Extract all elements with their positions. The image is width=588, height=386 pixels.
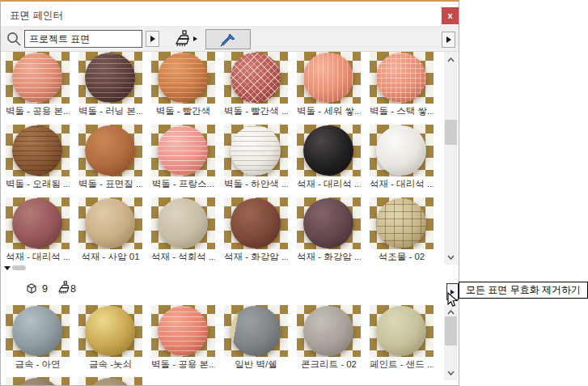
material-tile[interactable]: 벽돌 - 빨간색 ... bbox=[224, 52, 288, 116]
toolbar-more-button[interactable] bbox=[442, 32, 455, 48]
scrollbar-thumb[interactable] bbox=[445, 120, 457, 145]
scroll-down-icon[interactable] bbox=[444, 251, 458, 263]
material-tile[interactable]: 석재 - 화강암 ... bbox=[224, 197, 288, 261]
material-tile[interactable]: 벽돌 - 오래됨 ... bbox=[6, 125, 70, 189]
material-label: 벽돌 - 공용 본... bbox=[151, 358, 215, 369]
material-tile[interactable]: 석조물 - 02 bbox=[370, 197, 434, 261]
material-tile[interactable]: 석재 - 화강암 ... bbox=[297, 197, 361, 261]
material-sphere bbox=[12, 125, 62, 176]
material-tile[interactable] bbox=[6, 377, 70, 386]
material-tile[interactable]: 벽돌 - 세워 쌓... bbox=[297, 52, 361, 116]
material-thumbnail bbox=[224, 197, 288, 249]
material-tile[interactable]: 벽돌 - 스택 쌓... bbox=[370, 52, 434, 116]
material-label: 석재 - 화강암 ... bbox=[224, 251, 288, 261]
window-title: 표면 페인터 bbox=[10, 9, 63, 23]
material-tile[interactable]: 석재 - 석회석 ... bbox=[151, 197, 215, 261]
material-tile[interactable]: 일반 벽/쉘 bbox=[224, 305, 288, 369]
material-sphere bbox=[158, 53, 208, 103]
eyedropper-icon bbox=[219, 32, 237, 48]
scrollbar-thumb[interactable] bbox=[445, 316, 457, 346]
material-sphere bbox=[12, 198, 62, 248]
material-thumbnail bbox=[6, 52, 70, 104]
material-label: 벽돌 - 오래됨 ... bbox=[6, 178, 70, 189]
material-sphere bbox=[231, 306, 281, 356]
material-label: 벽돌 - 공용 본... bbox=[6, 105, 70, 116]
material-sphere bbox=[85, 378, 135, 386]
eyedropper-button[interactable] bbox=[205, 29, 251, 49]
brush-dropdown-icon[interactable] bbox=[193, 36, 197, 41]
material-label: 석재 - 대리석 ... bbox=[297, 178, 361, 189]
material-thumbnail bbox=[370, 197, 434, 249]
material-tile[interactable]: 벽돌 - 표면질 ... bbox=[78, 125, 142, 189]
material-thumbnail bbox=[224, 52, 288, 104]
material-sphere bbox=[231, 198, 281, 248]
scrollbar-main[interactable] bbox=[444, 52, 458, 265]
material-tile[interactable]: 석재 - 대리석 ... bbox=[297, 125, 361, 189]
material-tile[interactable]: 벽돌 - 공용 본... bbox=[6, 52, 70, 116]
material-label: 석재 - 화강암 ... bbox=[297, 251, 361, 261]
material-thumbnail bbox=[297, 197, 361, 249]
close-button[interactable]: x bbox=[442, 7, 459, 24]
search-input[interactable] bbox=[24, 30, 142, 48]
material-thumbnail bbox=[6, 377, 70, 386]
scroll-up-icon[interactable] bbox=[444, 53, 458, 66]
material-thumbnail bbox=[151, 305, 215, 357]
material-thumbnail bbox=[297, 305, 361, 357]
screen: 표면 페인터 x bbox=[0, 0, 588, 386]
material-label: 일반 벽/쉘 bbox=[224, 358, 288, 369]
material-thumbnail bbox=[151, 125, 215, 176]
status-bar: 9 8 bbox=[1, 273, 459, 301]
material-sphere bbox=[12, 53, 62, 103]
model-surfaces-grid: 금속 - 아연 금속 -놋쇠 벽돌 - 공용 본... 일반 벽/쉘 콘크리트 … bbox=[6, 305, 434, 369]
material-tile[interactable]: 벽돌 - 러닝 본... bbox=[78, 52, 142, 116]
cube-icon bbox=[25, 282, 38, 295]
material-thumbnail bbox=[370, 52, 434, 104]
material-thumbnail bbox=[370, 305, 434, 357]
material-label: 콘크리트 - 02 bbox=[297, 358, 361, 369]
material-sphere bbox=[231, 125, 281, 176]
material-tile[interactable]: 페인트 - 샌드 ... bbox=[370, 305, 434, 369]
partial-grid-row bbox=[6, 377, 70, 386]
scroll-down-icon[interactable] bbox=[444, 367, 458, 379]
material-label: 벽돌 - 빨간색 bbox=[151, 105, 215, 116]
material-tile[interactable]: 금속 -놋쇠 bbox=[78, 305, 142, 369]
paint-brush-icon[interactable] bbox=[173, 30, 191, 49]
material-thumbnail bbox=[78, 52, 142, 104]
material-label: 석재 - 석회석 ... bbox=[151, 251, 215, 261]
search-dropdown-button[interactable] bbox=[146, 31, 159, 47]
overrides-count: 8 bbox=[70, 283, 76, 295]
material-thumbnail bbox=[370, 125, 434, 176]
material-tile[interactable]: 벽돌 - 빨간색 bbox=[151, 52, 215, 116]
material-tile[interactable]: 벽돌 - 프랑스... bbox=[151, 125, 215, 189]
material-label: 벽돌 - 러닝 본... bbox=[78, 105, 142, 116]
material-tile[interactable]: 석재 - 대리석 ... bbox=[6, 197, 70, 261]
material-label: 금속 -놋쇠 bbox=[78, 358, 142, 369]
material-sphere bbox=[303, 198, 353, 248]
material-label: 벽돌 - 하얀색 ... bbox=[224, 178, 288, 189]
arrow-cursor-icon bbox=[447, 292, 459, 308]
material-tile[interactable]: 석재 - 사암 01 bbox=[78, 197, 142, 261]
material-thumbnail bbox=[6, 197, 70, 249]
surface-painter-window: 표면 페인터 x bbox=[0, 0, 459, 386]
title-bar[interactable]: 표면 페인터 x bbox=[1, 2, 459, 27]
material-tile[interactable]: 벽돌 - 공용 본... bbox=[151, 305, 215, 369]
material-tile[interactable]: 콘크리트 - 02 bbox=[297, 305, 361, 369]
material-label: 벽돌 - 표면질 ... bbox=[78, 178, 142, 189]
project-surfaces-grid: 벽돌 - 공용 본... 벽돌 - 러닝 본... 벽돌 - 빨간색 벽돌 - … bbox=[6, 52, 434, 261]
material-label: 벽돌 - 빨간색 ... bbox=[224, 105, 288, 116]
toolbar bbox=[1, 27, 459, 52]
material-tile[interactable]: 벽돌 - 하얀색 ... bbox=[224, 125, 288, 189]
material-label: 벽돌 - 스택 쌓... bbox=[370, 105, 434, 116]
triangle-down-icon[interactable] bbox=[4, 266, 11, 270]
material-sphere bbox=[85, 125, 135, 176]
material-label: 석재 - 대리석 ... bbox=[370, 178, 434, 189]
material-sphere bbox=[376, 53, 426, 103]
material-tile[interactable]: 금속 - 아연 bbox=[6, 305, 70, 369]
splitter-grip[interactable] bbox=[12, 265, 26, 270]
panel-splitter[interactable] bbox=[1, 265, 459, 273]
surfaces-count: 9 bbox=[42, 283, 48, 295]
material-tile[interactable]: 석재 - 대리석 ... bbox=[370, 125, 434, 189]
material-tile[interactable] bbox=[78, 377, 142, 386]
scrollbar-bottom[interactable] bbox=[444, 304, 458, 380]
material-label: 금속 - 아연 bbox=[6, 358, 70, 369]
